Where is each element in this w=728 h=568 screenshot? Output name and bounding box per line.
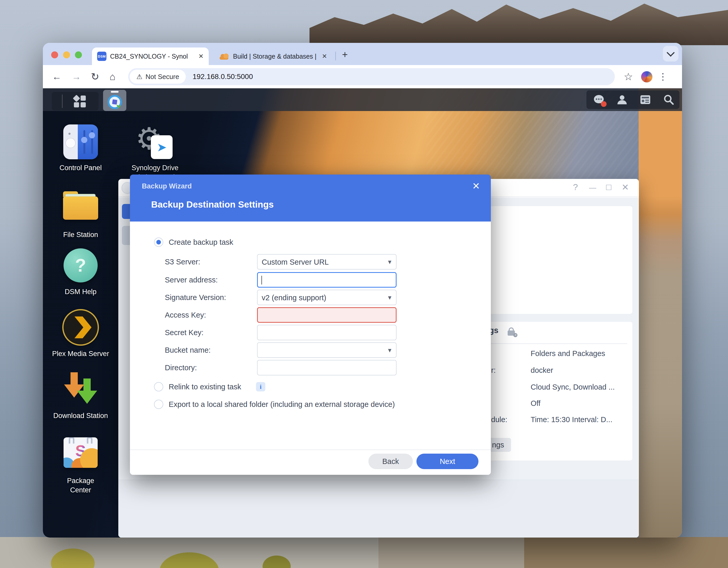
tab-close-icon[interactable]: ✕ bbox=[198, 53, 204, 60]
dialog-body: Create backup task S3 Server: Custom Ser… bbox=[130, 222, 491, 475]
field-label: Directory: bbox=[165, 363, 197, 372]
setting-value: Off bbox=[531, 399, 540, 408]
setting-label-fragment: r: bbox=[491, 366, 496, 375]
help-window-button[interactable]: ? bbox=[573, 182, 578, 192]
field-label: Secret Key: bbox=[165, 328, 204, 337]
tray-divider bbox=[62, 95, 63, 108]
minimize-window-button[interactable]: — bbox=[589, 184, 596, 192]
notifications-icon[interactable] bbox=[593, 94, 605, 105]
browser-profile-avatar[interactable] bbox=[641, 71, 653, 83]
forward-button[interactable]: → bbox=[72, 65, 81, 88]
desktop-icon-download-station[interactable]: Download Station bbox=[46, 372, 115, 420]
select-value: Custom Server URL bbox=[262, 258, 329, 267]
lock-icon: ✕ bbox=[508, 327, 515, 336]
home-button[interactable]: ⌂ bbox=[110, 65, 115, 88]
setting-value: Time: 15:30 Interval: D... bbox=[531, 415, 612, 424]
footer-divider bbox=[130, 449, 491, 450]
icon-label: File Station bbox=[46, 230, 115, 239]
radio-export-local-folder[interactable] bbox=[154, 400, 163, 409]
synology-drive-admin-icon: ⚙ ➤ bbox=[137, 125, 173, 161]
desktop: DSM CB24_SYNOLOGY - Synology ✕ Build | S… bbox=[0, 0, 728, 568]
main-menu-icon bbox=[74, 96, 86, 107]
search-icon[interactable] bbox=[663, 94, 674, 105]
s3-server-select[interactable]: Custom Server URL ▾ bbox=[257, 254, 397, 270]
active-app-indicator bbox=[111, 91, 119, 93]
address-bar[interactable]: ⚠ Not Secure 192.168.0.50:5000 bbox=[128, 68, 615, 85]
setting-value: docker bbox=[531, 366, 553, 375]
back-button[interactable]: ← bbox=[52, 65, 61, 88]
tab-search-button[interactable] bbox=[663, 46, 678, 61]
radio-label[interactable]: Relink to existing task bbox=[169, 383, 241, 391]
download-station-icon bbox=[63, 372, 99, 406]
maximize-window-button[interactable]: □ bbox=[606, 182, 611, 192]
widgets-icon[interactable] bbox=[640, 94, 651, 105]
field-label: Bucket name: bbox=[165, 346, 211, 354]
next-button[interactable]: Next bbox=[416, 454, 478, 469]
desktop-icon-plex[interactable]: Plex Media Server bbox=[46, 310, 115, 358]
browser-window: DSM CB24_SYNOLOGY - Synology ✕ Build | S… bbox=[43, 43, 682, 538]
dialog-title: Backup Wizard bbox=[142, 182, 192, 190]
control-panel-icon bbox=[63, 125, 98, 159]
desktop-icon-synology-drive-admin[interactable]: ⚙ ➤ Synology Drive Admin Console bbox=[118, 125, 192, 182]
radio-label[interactable]: Export to a local shared folder (includi… bbox=[169, 400, 395, 409]
app-launcher-tray[interactable] bbox=[52, 92, 99, 111]
package-center-icon: S bbox=[64, 437, 98, 468]
field-label: Access Key: bbox=[165, 311, 206, 319]
close-traffic-light[interactable] bbox=[51, 51, 58, 58]
cloud-favicon bbox=[219, 53, 229, 60]
tab-close-icon[interactable]: ✕ bbox=[322, 53, 327, 60]
signature-version-select[interactable]: v2 (ending support) ▾ bbox=[257, 290, 397, 305]
directory-input[interactable] bbox=[257, 360, 397, 375]
user-account-icon[interactable] bbox=[616, 94, 628, 105]
access-key-input[interactable] bbox=[257, 307, 397, 323]
tab-firebase-build[interactable]: Build | Storage & databases | ✕ bbox=[213, 48, 332, 65]
secret-key-input[interactable] bbox=[257, 325, 397, 340]
reload-button[interactable]: ↻ bbox=[91, 65, 99, 88]
server-address-input[interactable] bbox=[257, 272, 397, 287]
desktop-icon-control-panel[interactable]: Control Panel bbox=[46, 125, 115, 173]
radio-relink-existing-task[interactable] bbox=[154, 382, 163, 391]
icon-label: Control Panel bbox=[46, 163, 115, 173]
dsm-system-tray bbox=[586, 90, 679, 109]
back-button[interactable]: Back bbox=[368, 454, 413, 469]
macos-wallpaper-buildings-bottom bbox=[0, 537, 728, 568]
desktop-icon-file-station[interactable]: File Station bbox=[46, 188, 115, 239]
radio-create-backup-task[interactable] bbox=[154, 238, 163, 247]
hyper-backup-taskbar-item[interactable] bbox=[103, 90, 126, 111]
dsm-help-icon: ? bbox=[64, 249, 98, 283]
tab-strip: DSM CB24_SYNOLOGY - Synology ✕ Build | S… bbox=[43, 43, 682, 65]
tab-synology[interactable]: DSM CB24_SYNOLOGY - Synology ✕ bbox=[92, 48, 209, 65]
step-heading: Backup Destination Settings bbox=[151, 199, 274, 210]
hyper-backup-bottom-bar bbox=[118, 480, 639, 538]
close-icon[interactable]: ✕ bbox=[472, 181, 480, 192]
browser-menu-icon[interactable]: ⋮ bbox=[658, 65, 668, 88]
dsm-wallpaper-right bbox=[639, 88, 682, 538]
caret-down-icon: ▾ bbox=[388, 346, 391, 354]
icon-label: Download Station bbox=[46, 411, 115, 420]
minimize-traffic-light[interactable] bbox=[63, 51, 70, 58]
zoom-traffic-light[interactable] bbox=[75, 51, 82, 58]
security-chip[interactable]: ⚠ Not Secure bbox=[130, 70, 186, 84]
bookmark-star-icon[interactable]: ☆ bbox=[624, 65, 633, 88]
tab-divider bbox=[335, 52, 336, 60]
url-text[interactable]: 192.168.0.50:5000 bbox=[192, 73, 253, 81]
dsm-desktop: Control Panel ⚙ ➤ Synology Drive Admin C… bbox=[43, 88, 682, 538]
backup-wizard-dialog: Backup Wizard ✕ Backup Destination Setti… bbox=[130, 175, 491, 475]
bucket-name-select[interactable]: ▾ bbox=[257, 342, 397, 358]
field-label: S3 Server: bbox=[165, 258, 200, 266]
radio-label[interactable]: Create backup task bbox=[169, 238, 233, 247]
close-window-button[interactable]: ✕ bbox=[622, 182, 629, 192]
notification-badge bbox=[601, 101, 607, 107]
setting-value: Cloud Sync, Download ... bbox=[531, 383, 615, 391]
hyper-backup-icon bbox=[107, 95, 122, 110]
caret-down-icon: ▾ bbox=[388, 293, 391, 301]
plex-icon bbox=[64, 310, 98, 344]
tab-label: CB24_SYNOLOGY - Synology bbox=[110, 53, 188, 60]
desktop-icon-package-center[interactable]: S Package Center bbox=[46, 434, 115, 495]
desktop-icon-dsm-help[interactable]: ? DSM Help bbox=[46, 249, 115, 296]
icon-label: DSM Help bbox=[46, 287, 115, 296]
caret-down-icon: ▾ bbox=[388, 258, 391, 266]
dialog-header[interactable]: Backup Wizard ✕ Backup Destination Setti… bbox=[130, 175, 491, 222]
info-icon[interactable]: i bbox=[256, 382, 265, 391]
new-tab-button[interactable]: + bbox=[342, 49, 348, 60]
